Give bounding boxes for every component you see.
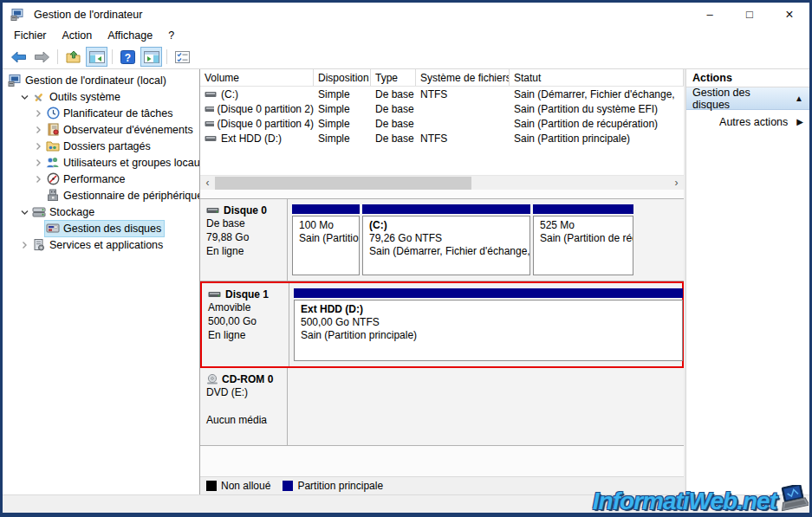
forward-icon[interactable] xyxy=(31,47,53,67)
legend-swatch-unallocated xyxy=(206,481,217,491)
back-icon[interactable] xyxy=(8,47,29,67)
disk-graphical-view: Disque 0 De base 79,88 Go En ligne 100 M… xyxy=(200,190,684,476)
volume-row[interactable]: (Disque 0 partition 2) Simple De base Sa… xyxy=(200,101,684,116)
tree-item-disk-management[interactable]: Gestion des disques xyxy=(3,220,199,236)
volume-icon xyxy=(205,135,218,142)
volume-list-header: Volume Disposition Type Système de fichi… xyxy=(200,69,684,87)
chevron-collapsed-icon[interactable] xyxy=(32,142,44,151)
scrollbar-thumb[interactable] xyxy=(215,177,471,190)
disk-management-icon xyxy=(46,222,60,236)
help-icon[interactable]: ? xyxy=(117,47,139,67)
storage-icon xyxy=(32,205,46,219)
tree-item-label: Services et applications xyxy=(49,239,163,251)
disk-icon xyxy=(206,207,220,214)
tree-item-task-scheduler[interactable]: Planificateur de tâches xyxy=(3,105,199,121)
actions-item-more-actions[interactable]: Autres actions ▶ xyxy=(686,110,809,133)
column-header-volume[interactable]: Volume xyxy=(200,69,314,86)
partition-color-bar xyxy=(292,204,360,214)
tree-item-device-manager[interactable]: Gestionnaire de périphériques xyxy=(3,187,199,204)
partition-color-bar xyxy=(294,288,683,298)
tree-item-label: Dossiers partagés xyxy=(63,140,151,152)
title-bar: Gestion de l'ordinateur – □ × xyxy=(3,3,809,26)
tree-item-event-viewer[interactable]: Observateur d'événements xyxy=(3,121,199,138)
close-button[interactable]: × xyxy=(770,3,809,26)
toolbar-separator xyxy=(57,49,58,64)
horizontal-scrollbar[interactable]: ‹ › xyxy=(200,175,684,190)
computer-icon xyxy=(8,74,22,87)
volume-list: Volume Disposition Type Système de fichi… xyxy=(200,69,684,175)
legend-swatch-primary-partition xyxy=(283,481,293,491)
disk-management-pane: Volume Disposition Type Système de fichi… xyxy=(200,69,685,494)
console-tree: Gestion de l'ordinateur (local) Outils s… xyxy=(3,69,200,494)
volume-row[interactable]: (Disque 0 partition 4) Simple De base Sa… xyxy=(200,116,684,131)
partition-recovery[interactable]: 525 Mo Sain (Partition de récupération) xyxy=(533,204,633,275)
performance-gauge-icon xyxy=(46,172,60,186)
window-title: Gestion de l'ordinateur xyxy=(34,9,142,21)
menu-affichage[interactable]: Affichage xyxy=(100,28,160,43)
svg-text:?: ? xyxy=(125,51,131,63)
open-folder-icon[interactable] xyxy=(62,47,84,67)
tree-item-label: Gestion de l'ordinateur (local) xyxy=(25,74,166,87)
menu-bar: Fichier Action Affichage ? xyxy=(3,26,809,45)
disk0-label[interactable]: Disque 0 De base 79,88 Go En ligne xyxy=(200,199,288,281)
tools-icon xyxy=(32,90,46,104)
checklist-icon[interactable] xyxy=(172,47,193,67)
partition-color-bar xyxy=(533,204,633,214)
actions-group-disk-management[interactable]: Gestion des disques ▲ xyxy=(686,87,809,110)
menu-fichier[interactable]: Fichier xyxy=(6,28,55,43)
toolbar: ? xyxy=(3,45,809,69)
chevron-collapsed-icon[interactable] xyxy=(32,158,44,167)
column-header-disposition[interactable]: Disposition xyxy=(314,69,371,86)
disk-icon xyxy=(208,291,222,298)
partition-ext-hdd[interactable]: Ext HDD (D:) 500,00 Go NTFS Sain (Partit… xyxy=(294,288,683,361)
partition-color-bar xyxy=(362,204,530,214)
tree-item-shared-folders[interactable]: Dossiers partagés xyxy=(3,138,199,154)
tree-item-services-applications[interactable]: Services et applications xyxy=(3,236,199,253)
cdrom0-label[interactable]: CD-ROM 0 DVD (E:) Aucun média xyxy=(200,368,288,445)
volume-row[interactable]: Ext HDD (D:) Simple De base NTFS Sain (P… xyxy=(200,131,684,145)
minimize-button[interactable]: – xyxy=(690,3,730,26)
action-pane-toggle-icon[interactable] xyxy=(140,47,162,67)
disk-row-disque1-highlighted: Disque 1 Amovible 500,00 Go En ligne Ext… xyxy=(200,281,684,368)
scroll-left-icon[interactable]: ‹ xyxy=(200,177,215,190)
toolbar-separator xyxy=(112,49,113,64)
tree-item-system-tools[interactable]: Outils système xyxy=(3,88,199,105)
chevron-collapsed-icon[interactable] xyxy=(32,175,44,184)
watermark-text: InformatiWeb.net xyxy=(593,488,776,515)
column-header-status[interactable]: Statut xyxy=(510,69,684,86)
menu-action[interactable]: Action xyxy=(55,28,101,43)
tree-item-label: Outils système xyxy=(49,91,120,103)
disk1-label[interactable]: Disque 1 Amovible 500,00 Go En ligne xyxy=(202,283,289,366)
tree-item-label: Observateur d'événements xyxy=(63,124,193,136)
disk-row-disque0: Disque 0 De base 79,88 Go En ligne 100 M… xyxy=(200,198,684,281)
partition-c[interactable]: (C:) 79,26 Go NTFS Sain (Démarrer, Fichi… xyxy=(362,204,530,275)
chevron-expanded-icon[interactable] xyxy=(18,93,30,101)
volume-icon xyxy=(205,120,214,127)
chevron-expanded-icon[interactable] xyxy=(18,208,30,216)
cd-icon xyxy=(206,374,218,385)
services-icon xyxy=(32,238,46,252)
scroll-right-icon[interactable]: › xyxy=(669,177,684,190)
tree-item-label: Gestion des disques xyxy=(63,223,161,235)
chevron-collapsed-icon[interactable] xyxy=(18,241,30,249)
column-header-filesystem[interactable]: Système de fichiers xyxy=(416,69,510,86)
tree-item-label: Performance xyxy=(63,173,126,185)
tree-item-computer-management[interactable]: Gestion de l'ordinateur (local) xyxy=(3,72,199,88)
column-header-type[interactable]: Type xyxy=(371,69,416,86)
tree-item-storage[interactable]: Stockage xyxy=(3,204,199,220)
partition-efi[interactable]: 100 Mo Sain (Partition du système EFI) xyxy=(292,204,360,275)
tree-item-label: Gestionnaire de périphériques xyxy=(63,190,200,202)
volume-row[interactable]: (C:) Simple De base NTFS Sain (Démarrer,… xyxy=(200,87,684,101)
chevron-collapsed-icon[interactable] xyxy=(32,109,44,118)
tree-item-local-users-groups[interactable]: Utilisateurs et groupes locaux xyxy=(3,154,199,171)
menu-help[interactable]: ? xyxy=(160,28,182,43)
tree-item-performance[interactable]: Performance xyxy=(3,171,199,187)
maximize-button[interactable]: □ xyxy=(730,3,770,26)
console-tree-toggle-icon[interactable] xyxy=(86,47,107,67)
toolbar-separator xyxy=(166,49,167,64)
volume-icon xyxy=(205,91,218,98)
tree-item-label: Utilisateurs et groupes locaux xyxy=(63,157,200,169)
collapse-arrow-icon[interactable]: ▲ xyxy=(795,94,803,103)
chevron-collapsed-icon[interactable] xyxy=(32,126,44,134)
disk1-partitions: Ext HDD (D:) 500,00 Go NTFS Sain (Partit… xyxy=(289,283,682,366)
